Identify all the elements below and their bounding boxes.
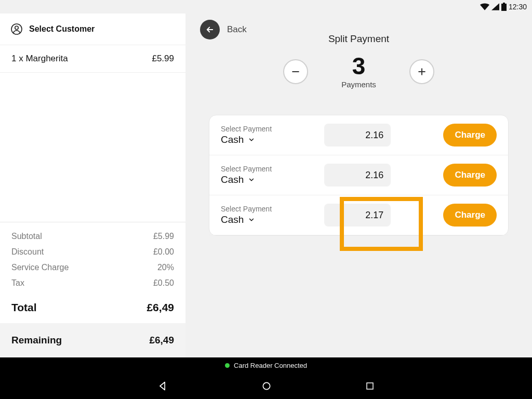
payment-method-value: Cash <box>221 174 244 185</box>
back-label: Back <box>227 24 247 35</box>
nav-home-icon[interactable] <box>261 381 272 391</box>
chevron-down-icon <box>248 136 255 143</box>
person-icon <box>10 23 23 35</box>
main: Back Split Payment 3 Payments Select Pay… <box>185 14 532 357</box>
minus-icon <box>290 66 301 77</box>
order-item-name: 1 x Margherita <box>11 54 68 64</box>
select-customer-row[interactable]: Select Customer <box>0 14 185 45</box>
amount-input[interactable]: 2.16 <box>324 164 391 187</box>
svg-point-3 <box>15 26 18 29</box>
charge-button[interactable]: Charge <box>443 164 497 187</box>
order-item-price: £5.99 <box>152 54 174 64</box>
payment-method-select[interactable]: Select Payment Cash <box>221 165 272 185</box>
svg-rect-1 <box>501 4 507 11</box>
select-customer-label: Select Customer <box>29 24 95 34</box>
split-payment-title: Split Payment <box>185 33 532 45</box>
total-value: £6,49 <box>147 301 174 314</box>
discount-label: Discount <box>11 247 44 257</box>
service-line: Service Charge 20% <box>0 260 185 275</box>
arrow-left-icon <box>205 25 215 34</box>
payment-row: Select Payment Cash 2.17 Charge <box>209 195 508 235</box>
chevron-down-icon <box>248 216 255 223</box>
payments-card: Select Payment Cash 2.16 Charge Select P… <box>209 115 509 236</box>
discount-value: £0.00 <box>153 247 174 257</box>
card-reader-label: Card Reader Connected <box>234 362 307 369</box>
tax-value: £0.50 <box>153 278 174 288</box>
statusbar: 12:30 <box>0 0 532 14</box>
status-dot-icon <box>225 363 230 368</box>
total-line: Total £6,49 <box>0 293 185 323</box>
payment-method-value: Cash <box>221 134 244 145</box>
payment-count: 3 <box>341 54 376 78</box>
payment-method-select[interactable]: Select Payment Cash <box>221 125 272 145</box>
order-list: 1 x Margherita £5.99 <box>0 45 185 73</box>
amount-input[interactable]: 2.16 <box>324 124 391 147</box>
order-item[interactable]: 1 x Margherita £5.99 <box>0 45 185 73</box>
remaining-value: £6,49 <box>149 335 174 346</box>
payment-method-select[interactable]: Select Payment Cash <box>221 205 272 225</box>
back-button[interactable] <box>200 20 220 39</box>
payment-count-stepper: 3 Payments <box>185 54 532 89</box>
signal-icon <box>491 3 499 10</box>
decrement-button[interactable] <box>283 59 308 84</box>
svg-rect-0 <box>503 3 505 4</box>
payment-method-label: Select Payment <box>221 125 272 133</box>
subtotal-line: Subtotal £5.99 <box>0 222 185 244</box>
payment-row: Select Payment Cash 2.16 Charge <box>209 115 508 155</box>
status-time: 12:30 <box>509 3 527 11</box>
sidebar: Select Customer 1 x Margherita £5.99 Sub… <box>0 14 185 357</box>
nav-recent-icon[interactable] <box>365 381 375 391</box>
wifi-icon <box>480 3 489 10</box>
service-label: Service Charge <box>11 263 69 272</box>
remaining-line: Remaining £6,49 <box>0 323 185 357</box>
payment-row: Select Payment Cash 2.16 Charge <box>209 155 508 195</box>
increment-button[interactable] <box>409 59 434 84</box>
svg-point-7 <box>263 382 270 389</box>
tax-label: Tax <box>11 278 24 288</box>
amount-input[interactable]: 2.17 <box>324 204 391 227</box>
charge-button[interactable]: Charge <box>443 124 497 147</box>
android-navbar <box>0 373 532 399</box>
charge-button[interactable]: Charge <box>443 204 497 227</box>
nav-back-icon[interactable] <box>157 381 168 391</box>
chevron-down-icon <box>248 176 255 183</box>
bottombar: Card Reader Connected <box>0 357 532 399</box>
subtotal-value: £5.99 <box>153 232 174 241</box>
card-reader-status: Card Reader Connected <box>0 357 532 373</box>
payment-count-label: Payments <box>341 80 376 89</box>
remaining-label: Remaining <box>11 335 62 346</box>
service-value: 20% <box>157 263 174 272</box>
total-label: Total <box>11 301 37 314</box>
subtotal-label: Subtotal <box>11 232 42 241</box>
plus-icon <box>417 66 427 77</box>
payment-method-label: Select Payment <box>221 165 272 173</box>
battery-icon <box>501 3 507 11</box>
discount-line: Discount £0.00 <box>0 244 185 260</box>
payment-method-value: Cash <box>221 214 244 225</box>
svg-rect-8 <box>367 383 373 389</box>
payment-method-label: Select Payment <box>221 205 272 213</box>
tax-line: Tax £0.50 <box>0 275 185 293</box>
totals: Subtotal £5.99 Discount £0.00 Service Ch… <box>0 222 185 357</box>
